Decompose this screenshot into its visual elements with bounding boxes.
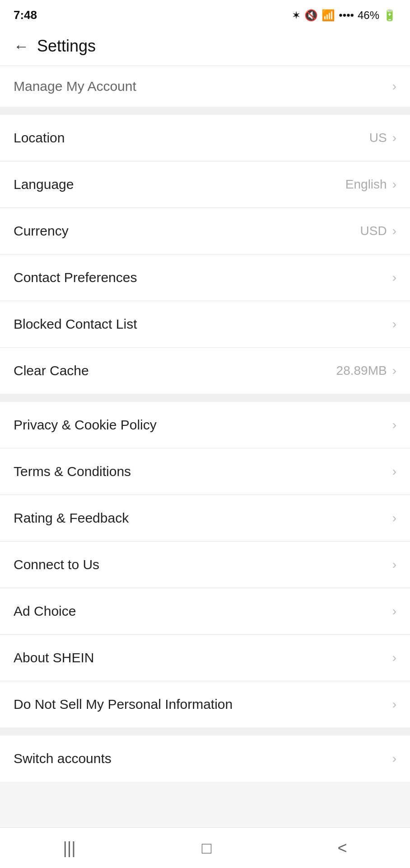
clear-cache-item[interactable]: Clear Cache 28.89MB › [0, 348, 410, 394]
connect-to-us-right: › [392, 557, 396, 572]
manage-account-right: › [392, 79, 396, 94]
clear-cache-value: 28.89MB [336, 363, 387, 378]
ad-choice-chevron: › [392, 604, 396, 618]
currency-item[interactable]: Currency USD › [0, 208, 410, 255]
mute-icon: 🔇 [304, 9, 318, 22]
privacy-cookie-policy-item[interactable]: Privacy & Cookie Policy › [0, 402, 410, 448]
home-nav-button[interactable]: □ [188, 834, 225, 862]
terms-conditions-label: Terms & Conditions [14, 464, 131, 479]
location-chevron: › [392, 131, 396, 145]
clear-cache-chevron: › [392, 363, 396, 378]
legal-section: Privacy & Cookie Policy › Terms & Condit… [0, 402, 410, 727]
section-divider-3 [0, 727, 410, 736]
bluetooth-icon: ✶ [292, 9, 301, 22]
currency-chevron: › [392, 224, 396, 238]
section-divider-1 [0, 107, 410, 115]
location-right: US › [369, 131, 396, 145]
section-divider-2 [0, 394, 410, 402]
do-not-sell-item[interactable]: Do Not Sell My Personal Information › [0, 681, 410, 727]
menu-nav-button[interactable]: ||| [50, 834, 89, 862]
currency-right: USD › [360, 224, 396, 238]
connect-to-us-item[interactable]: Connect to Us › [0, 542, 410, 588]
signal-icon: •••• [339, 9, 354, 22]
do-not-sell-chevron: › [392, 697, 396, 712]
rating-feedback-chevron: › [392, 511, 396, 525]
connect-to-us-chevron: › [392, 557, 396, 572]
page-title: Settings [37, 37, 96, 56]
about-shein-right: › [392, 651, 396, 665]
ad-choice-right: › [392, 604, 396, 618]
rating-feedback-item[interactable]: Rating & Feedback › [0, 495, 410, 542]
language-value: English [345, 177, 387, 192]
ad-choice-label: Ad Choice [14, 604, 76, 619]
back-button[interactable]: ← [14, 38, 29, 55]
switch-accounts-label: Switch accounts [14, 751, 112, 766]
connect-to-us-label: Connect to Us [14, 557, 99, 572]
wifi-icon: 📶 [321, 9, 335, 22]
contact-preferences-chevron: › [392, 270, 396, 285]
rating-feedback-label: Rating & Feedback [14, 510, 129, 526]
language-right: English › [345, 177, 396, 192]
terms-conditions-chevron: › [392, 464, 396, 479]
switch-accounts-chevron: › [392, 751, 396, 766]
bottom-navigation: ||| □ < [0, 827, 410, 868]
clear-cache-label: Clear Cache [14, 363, 89, 378]
clear-cache-right: 28.89MB › [336, 363, 396, 378]
manage-account-item[interactable]: Manage My Account › [0, 66, 410, 107]
language-label: Language [14, 177, 74, 192]
switch-accounts-right: › [392, 751, 396, 766]
blocked-contact-list-label: Blocked Contact List [14, 316, 137, 332]
back-nav-button[interactable]: < [324, 834, 360, 862]
about-shein-item[interactable]: About SHEIN › [0, 635, 410, 681]
battery-level: 46% [358, 9, 379, 22]
location-value: US [369, 131, 387, 145]
contact-preferences-label: Contact Preferences [14, 270, 137, 285]
ad-choice-item[interactable]: Ad Choice › [0, 588, 410, 635]
switch-accounts-section: Switch accounts › [0, 736, 410, 782]
currency-label: Currency [14, 223, 69, 239]
privacy-cookie-policy-chevron: › [392, 418, 396, 432]
settings-content: Manage My Account › Location US › Langua… [0, 66, 410, 827]
contact-preferences-right: › [392, 270, 396, 285]
manage-account-label: Manage My Account [14, 79, 136, 94]
status-bar: 7:48 ✶ 🔇 📶 •••• 46% 🔋 [0, 0, 410, 27]
location-item[interactable]: Location US › [0, 115, 410, 161]
language-item[interactable]: Language English › [0, 161, 410, 208]
battery-icon: 🔋 [383, 9, 396, 22]
manage-account-chevron: › [392, 79, 396, 94]
language-chevron: › [392, 177, 396, 192]
status-time: 7:48 [14, 8, 37, 22]
header: ← Settings [0, 27, 410, 66]
privacy-cookie-policy-right: › [392, 418, 396, 432]
status-icons: ✶ 🔇 📶 •••• 46% 🔋 [292, 9, 396, 22]
do-not-sell-right: › [392, 697, 396, 712]
terms-conditions-right: › [392, 464, 396, 479]
rating-feedback-right: › [392, 511, 396, 525]
location-label: Location [14, 130, 65, 146]
blocked-contact-list-chevron: › [392, 317, 396, 331]
blocked-contact-list-right: › [392, 317, 396, 331]
contact-preferences-item[interactable]: Contact Preferences › [0, 255, 410, 301]
terms-conditions-item[interactable]: Terms & Conditions › [0, 448, 410, 495]
do-not-sell-label: Do Not Sell My Personal Information [14, 697, 233, 712]
currency-value: USD [360, 224, 387, 238]
switch-accounts-item[interactable]: Switch accounts › [0, 736, 410, 782]
preferences-section: Location US › Language English › Currenc… [0, 115, 410, 394]
about-shein-chevron: › [392, 651, 396, 665]
blocked-contact-list-item[interactable]: Blocked Contact List › [0, 301, 410, 348]
privacy-cookie-policy-label: Privacy & Cookie Policy [14, 417, 157, 433]
about-shein-label: About SHEIN [14, 650, 94, 665]
account-section: Manage My Account › [0, 66, 410, 107]
